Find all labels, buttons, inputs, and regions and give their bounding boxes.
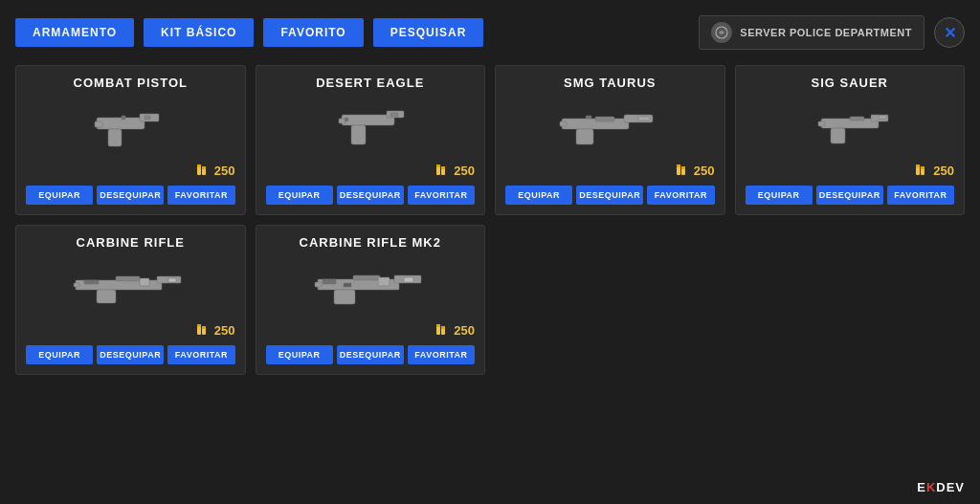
weapon-name-desert-eagle: DESERT EAGLE [316, 76, 424, 90]
svg-rect-61 [404, 277, 413, 282]
weapon-image-combat-pistol [26, 98, 235, 155]
weapon-card-carbine-rifle-mk2: CARBINE RIFLE MK2 250EQUIPARDESEQUIPARFA… [256, 225, 486, 375]
close-button[interactable]: ✕ [934, 17, 965, 48]
app-container: ARMAMENTO KIT BÁSICO FAVORITO PESQUISAR … [0, 0, 980, 504]
svg-rect-39 [916, 164, 920, 167]
ammo-icon [434, 322, 449, 338]
svg-rect-3 [108, 129, 122, 146]
svg-rect-51 [197, 324, 201, 327]
weapon-actions-carbine-rifle-mk2: EQUIPARDESEQUIPARFAVORITAR [266, 345, 476, 364]
svg-rect-23 [576, 129, 593, 144]
svg-rect-36 [850, 117, 864, 121]
header: ARMAMENTO KIT BÁSICO FAVORITO PESQUISAR … [15, 15, 965, 50]
armamento-button[interactable]: ARMAMENTO [15, 18, 134, 47]
svg-rect-46 [116, 276, 140, 281]
weapon-image-desert-eagle [266, 98, 476, 155]
weapon-name-combat-pistol: COMBAT PISTOL [74, 76, 188, 90]
svg-rect-5 [145, 116, 150, 120]
svg-rect-25 [595, 117, 614, 121]
svg-rect-26 [586, 116, 591, 119]
action-btn-combat-pistol-desequipar[interactable]: DESEQUIPAR [97, 186, 164, 205]
weapon-actions-carbine-rifle: EQUIPARDESEQUIPARFAVORITAR [26, 345, 235, 364]
svg-rect-29 [677, 164, 680, 167]
weapon-ammo-smg-taurus: 250 [674, 163, 715, 178]
weapon-actions-desert-eagle: EQUIPARDESEQUIPARFAVORITAR [266, 186, 476, 205]
ammo-icon [194, 322, 210, 338]
favorito-button[interactable]: FAVORITO [263, 18, 363, 47]
weapon-actions-smg-taurus: EQUIPARDESEQUIPARFAVORITAR [505, 186, 715, 205]
action-btn-carbine-rifle-favoritar[interactable]: FAVORITAR [167, 345, 234, 364]
svg-rect-64 [436, 324, 440, 327]
action-btn-smg-taurus-equipar[interactable]: EQUIPAR [505, 186, 572, 205]
action-btn-sig-sauer-equipar[interactable]: EQUIPAR [746, 186, 813, 205]
weapon-actions-sig-sauer: EQUIPARDESEQUIPARFAVORITAR [746, 186, 955, 205]
action-btn-carbine-rifle-mk2-desequipar[interactable]: DESEQUIPAR [337, 345, 404, 364]
action-btn-desert-eagle-favoritar[interactable]: FAVORITAR [408, 186, 475, 205]
svg-rect-47 [84, 280, 99, 284]
svg-rect-1 [97, 118, 145, 129]
weapons-grid: COMBAT PISTOL 250EQUIPARDESEQUIPARFAVORI… [15, 65, 965, 375]
weapon-image-carbine-rifle [26, 257, 235, 315]
svg-rect-6 [122, 116, 125, 120]
server-badge: SERVER POLICE DEPARTMENT [699, 15, 924, 50]
action-btn-combat-pistol-favoritar[interactable]: FAVORITAR [167, 186, 234, 205]
svg-rect-56 [334, 290, 355, 304]
action-btn-smg-taurus-favoritar[interactable]: FAVORITAR [647, 186, 714, 205]
ammo-count: 250 [694, 164, 715, 178]
action-btn-carbine-rifle-mk2-equipar[interactable]: EQUIPAR [266, 345, 333, 364]
weapon-ammo-carbine-rifle-mk2: 250 [434, 322, 475, 338]
weapon-name-sig-sauer: SIG SAUER [811, 76, 888, 90]
weapon-ammo-combat-pistol: 250 [194, 163, 235, 178]
kit-basico-button[interactable]: KIT BÁSICO [144, 18, 254, 47]
action-btn-smg-taurus-desequipar[interactable]: DESEQUIPAR [576, 186, 643, 205]
weapon-name-carbine-rifle-mk2: CARBINE RIFLE MK2 [300, 235, 441, 250]
server-name: SERVER POLICE DEPARTMENT [740, 27, 912, 38]
weapon-actions-combat-pistol: EQUIPARDESEQUIPARFAVORITAR [26, 186, 235, 205]
weapon-card-desert-eagle: DESERT EAGLE 250EQUIPARDESEQUIPARFAVORIT… [256, 65, 486, 215]
weapon-ammo-sig-sauer: 250 [913, 163, 954, 178]
svg-rect-15 [390, 113, 398, 117]
brand: EKDEV [917, 480, 965, 494]
svg-rect-66 [441, 326, 445, 329]
svg-rect-37 [879, 116, 886, 119]
svg-rect-13 [351, 125, 366, 144]
svg-point-16 [345, 118, 348, 121]
svg-rect-4 [95, 121, 102, 127]
action-btn-sig-sauer-favoritar[interactable]: FAVORITAR [887, 186, 954, 205]
ammo-count: 250 [454, 164, 475, 178]
ammo-icon [913, 163, 928, 178]
svg-rect-34 [831, 128, 845, 143]
ammo-icon [674, 163, 689, 178]
weapon-card-smg-taurus: SMG TAURUS 250EQUIPARDESEQUIPARFAVORITAR [495, 65, 725, 215]
action-btn-carbine-rifle-equipar[interactable]: EQUIPAR [26, 345, 93, 364]
svg-rect-62 [344, 283, 351, 287]
weapon-image-carbine-rifle-mk2 [266, 257, 476, 315]
weapon-name-carbine-rifle: CARBINE RIFLE [77, 235, 185, 250]
weapon-name-smg-taurus: SMG TAURUS [564, 76, 656, 90]
svg-rect-59 [323, 279, 336, 284]
svg-rect-41 [921, 166, 924, 169]
weapon-image-smg-taurus [505, 98, 715, 155]
pesquisar-button[interactable]: PESQUISAR [373, 18, 484, 47]
svg-rect-44 [97, 290, 116, 303]
action-btn-desert-eagle-equipar[interactable]: EQUIPAR [266, 186, 333, 205]
action-btn-carbine-rifle-mk2-favoritar[interactable]: FAVORITAR [408, 345, 475, 364]
server-icon [711, 22, 732, 43]
action-btn-sig-sauer-desequipar[interactable]: DESEQUIPAR [816, 186, 883, 205]
weapon-card-combat-pistol: COMBAT PISTOL 250EQUIPARDESEQUIPARFAVORI… [15, 65, 246, 215]
ammo-count: 250 [214, 164, 235, 178]
svg-rect-53 [202, 326, 206, 329]
action-btn-carbine-rifle-desequipar[interactable]: DESEQUIPAR [97, 345, 164, 364]
svg-rect-27 [638, 117, 650, 121]
ammo-count: 250 [933, 164, 954, 178]
svg-rect-35 [818, 121, 825, 126]
svg-rect-8 [197, 164, 201, 167]
action-btn-combat-pistol-equipar[interactable]: EQUIPAR [26, 186, 93, 205]
svg-rect-57 [315, 282, 322, 287]
svg-rect-10 [202, 166, 206, 169]
ammo-count: 250 [214, 323, 235, 338]
svg-rect-45 [74, 283, 79, 287]
weapon-image-sig-sauer [746, 98, 955, 155]
action-btn-desert-eagle-desequipar[interactable]: DESEQUIPAR [337, 186, 404, 205]
svg-rect-31 [681, 166, 685, 169]
